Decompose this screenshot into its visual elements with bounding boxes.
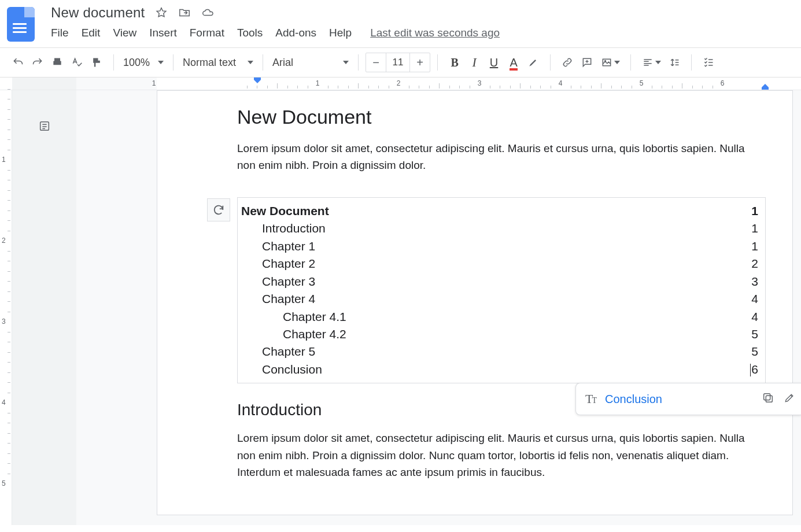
toc-entry-label: Chapter 4 bbox=[241, 290, 315, 308]
toc-entry-label: Chapter 3 bbox=[241, 273, 315, 290]
font-family-dropdown[interactable]: Arial bbox=[270, 57, 351, 69]
insert-image-button[interactable] bbox=[597, 53, 623, 72]
heading-style-icon: TT bbox=[585, 391, 596, 407]
align-button[interactable] bbox=[638, 53, 665, 72]
ruler-number: 4 bbox=[559, 79, 563, 87]
redo-button[interactable] bbox=[28, 53, 47, 72]
move-folder-icon[interactable] bbox=[178, 6, 191, 19]
paragraph-style-dropdown[interactable]: Normal text bbox=[180, 57, 256, 69]
docs-logo[interactable] bbox=[7, 7, 35, 42]
toc-entry-label: Chapter 5 bbox=[241, 343, 315, 360]
add-comment-button[interactable] bbox=[577, 53, 597, 72]
ruler-number: 3 bbox=[2, 317, 6, 326]
chevron-down-icon bbox=[614, 61, 620, 64]
highlight-button[interactable] bbox=[523, 53, 543, 72]
text-cursor bbox=[750, 364, 751, 376]
star-icon[interactable] bbox=[155, 6, 168, 19]
undo-button[interactable] bbox=[8, 53, 28, 72]
menu-edit[interactable]: Edit bbox=[82, 27, 101, 39]
menu-insert[interactable]: Insert bbox=[149, 27, 177, 39]
menu-tools[interactable]: Tools bbox=[237, 27, 263, 39]
toc-entry-label: New Document bbox=[241, 202, 329, 220]
toc-entry-page: 1 bbox=[751, 220, 758, 237]
vertical-ruler[interactable]: 12345 bbox=[0, 90, 12, 525]
doc-paragraph[interactable]: Lorem ipsum dolor sit amet, consectetur … bbox=[237, 430, 746, 481]
menu-addons[interactable]: Add-ons bbox=[275, 27, 316, 39]
toc-entry[interactable]: Introduction1 bbox=[241, 220, 758, 237]
underline-button[interactable]: U bbox=[484, 53, 504, 72]
font-family-value: Arial bbox=[272, 57, 293, 69]
toc-entry-page: 5 bbox=[751, 343, 758, 360]
ruler-number: 4 bbox=[2, 398, 6, 407]
last-edit-link[interactable]: Last edit was seconds ago bbox=[370, 27, 500, 39]
horizontal-ruler[interactable]: 1 123456 bbox=[0, 77, 801, 90]
document-title[interactable]: New document bbox=[51, 5, 145, 21]
chevron-down-icon bbox=[655, 61, 661, 64]
outline-sidebar bbox=[12, 90, 76, 525]
indent-marker-bottom[interactable] bbox=[762, 84, 769, 90]
menu-bar: File Edit View Insert Format Tools Add-o… bbox=[51, 27, 500, 39]
toc-entry[interactable]: Chapter 22 bbox=[241, 255, 758, 272]
toc-entry-label: Chapter 1 bbox=[241, 238, 315, 255]
toc-entry-page: 3 bbox=[751, 273, 758, 290]
menu-format[interactable]: Format bbox=[190, 27, 224, 39]
ruler-number: 3 bbox=[478, 79, 482, 87]
toc-entry[interactable]: Chapter 33 bbox=[241, 273, 758, 290]
doc-paragraph[interactable]: Lorem ipsum dolor sit amet, consectetur … bbox=[237, 140, 746, 174]
link-preview-text[interactable]: Conclusion bbox=[605, 393, 662, 406]
italic-button[interactable]: I bbox=[464, 53, 484, 72]
toc-entry[interactable]: Chapter 55 bbox=[241, 343, 758, 360]
toolbar: 100% Normal text Arial − 11 + B I U A bbox=[0, 47, 801, 77]
paint-format-button[interactable] bbox=[87, 53, 106, 72]
doc-heading-title[interactable]: New Document bbox=[237, 106, 746, 128]
copy-link-icon[interactable] bbox=[762, 391, 774, 407]
ruler-number: 2 bbox=[397, 79, 401, 87]
workspace: 12345 New Document Lorem ipsum dolor sit… bbox=[0, 90, 801, 525]
text-color-button[interactable]: A bbox=[504, 53, 523, 72]
toc-entry-page: 5 bbox=[751, 326, 758, 343]
indent-marker-top[interactable] bbox=[254, 77, 261, 83]
toc-entry[interactable]: Chapter 4.14 bbox=[241, 308, 758, 326]
toc-entry[interactable]: Chapter 11 bbox=[241, 238, 758, 255]
line-spacing-button[interactable] bbox=[665, 53, 684, 72]
chevron-down-icon bbox=[248, 61, 253, 64]
toc-entry-page: 2 bbox=[751, 255, 758, 272]
ruler-number: 5 bbox=[640, 79, 644, 87]
toc-entry[interactable]: Chapter 44 bbox=[241, 290, 758, 308]
ruler-number: 1 bbox=[316, 79, 320, 87]
bold-button[interactable]: B bbox=[445, 53, 464, 72]
toc-entry-label: Chapter 2 bbox=[241, 255, 315, 272]
ruler-number: 1 bbox=[2, 156, 6, 164]
menu-help[interactable]: Help bbox=[329, 27, 352, 39]
cloud-status-icon[interactable] bbox=[201, 6, 214, 19]
toc-entry[interactable]: New Document1 bbox=[241, 202, 758, 220]
svg-rect-2 bbox=[766, 396, 772, 402]
toc-entry-page: 4 bbox=[751, 308, 758, 326]
edit-link-icon[interactable] bbox=[784, 392, 795, 406]
document-page[interactable]: New Document Lorem ipsum dolor sit amet,… bbox=[157, 90, 793, 515]
show-outline-button[interactable] bbox=[36, 118, 53, 134]
checklist-button[interactable] bbox=[699, 53, 718, 72]
menu-file[interactable]: File bbox=[51, 27, 69, 39]
spellcheck-button[interactable] bbox=[67, 53, 87, 72]
font-size-increase[interactable]: + bbox=[410, 56, 430, 69]
toc-entry-label: Introduction bbox=[241, 220, 326, 237]
page-canvas[interactable]: New Document Lorem ipsum dolor sit amet,… bbox=[76, 90, 801, 525]
toc-entry-page: 1 bbox=[751, 202, 758, 220]
menu-view[interactable]: View bbox=[113, 27, 136, 39]
toc-entry[interactable]: Chapter 4.25 bbox=[241, 326, 758, 343]
link-preview-chip: TT Conclusion bbox=[575, 383, 801, 415]
toc-entry-page: 1 bbox=[751, 238, 758, 255]
zoom-value: 100% bbox=[123, 57, 150, 69]
toc-entry[interactable]: Conclusion6 bbox=[241, 361, 758, 378]
font-size-decrease[interactable]: − bbox=[366, 56, 386, 69]
zoom-dropdown[interactable]: 100% bbox=[121, 57, 166, 69]
font-size-value[interactable]: 11 bbox=[386, 53, 410, 72]
toc-refresh-button[interactable] bbox=[207, 198, 230, 221]
print-button[interactable] bbox=[47, 53, 67, 72]
toc-entry-page: 4 bbox=[751, 290, 758, 308]
toc-entry-page: 6 bbox=[750, 361, 758, 378]
table-of-contents[interactable]: New Document1Introduction1Chapter 11Chap… bbox=[237, 197, 766, 383]
insert-link-button[interactable] bbox=[558, 53, 577, 72]
toc-entry-label: Chapter 4.2 bbox=[241, 326, 346, 343]
